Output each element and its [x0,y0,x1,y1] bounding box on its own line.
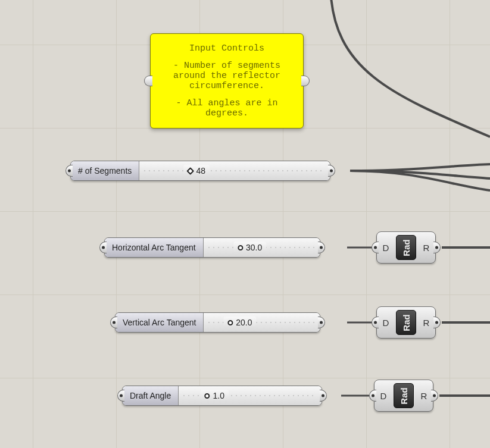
circle-icon [205,393,210,399]
slider-segments[interactable]: # of Segments 48 [70,161,330,181]
circle-icon [227,320,233,325]
rad-component-2[interactable]: D Rad R [376,306,436,339]
slider-horizontal-arc[interactable]: Horizontal Arc Tangent 30.0 [104,237,320,258]
slider-draft-angle[interactable]: Draft Angle 1.0 [122,386,322,406]
slider-vertical-arc[interactable]: Vertical Arc Tangent 20.0 [115,312,320,333]
panel-line1: - Number of segments around the reflecto… [161,61,292,91]
circle-icon [238,245,243,250]
slider-thumb[interactable]: 48 [183,165,210,177]
slider-value: 1.0 [213,391,224,400]
slider-label: Horizontal Arc Tangent [105,238,204,257]
slider-value: 30.0 [246,243,262,252]
rad-output-port[interactable]: R [415,380,433,411]
rad-label: Rad [401,314,411,331]
slider-label: Vertical Arc Tangent [116,313,204,332]
slider-track[interactable]: 30.0 [204,238,320,257]
slider-track[interactable]: 20.0 [204,313,320,332]
rad-component-1[interactable]: D Rad R [376,231,436,264]
rad-component-3[interactable]: D Rad R [374,380,433,412]
rad-output-port[interactable]: R [417,232,435,263]
panel-title: Input Controls [161,43,292,54]
rad-input-port[interactable]: D [377,307,395,338]
slider-label: # of Segments [71,161,139,180]
rad-input-port[interactable]: D [374,380,392,411]
rad-body: Rad [394,383,414,408]
panel-input-grip[interactable] [144,76,152,86]
slider-thumb[interactable]: 30.0 [233,242,266,253]
rad-label: Rad [401,239,411,256]
rad-input-port[interactable]: D [377,232,395,263]
slider-value: 48 [196,166,205,176]
panel-line2: - All angles are in degrees. [161,98,292,118]
rad-body: Rad [396,310,416,335]
slider-label: Draft Angle [123,386,179,405]
note-panel[interactable]: Input Controls - Number of segments arou… [150,33,304,129]
slider-value: 20.0 [236,318,252,327]
rad-output-port[interactable]: R [417,307,435,338]
slider-thumb[interactable]: 1.0 [201,390,229,402]
diamond-icon [187,167,195,175]
rad-body: Rad [396,235,416,260]
slider-track[interactable]: 48 [139,161,330,180]
slider-track[interactable]: 1.0 [179,386,322,405]
slider-thumb[interactable]: 20.0 [223,317,256,328]
rad-label: Rad [399,387,409,404]
